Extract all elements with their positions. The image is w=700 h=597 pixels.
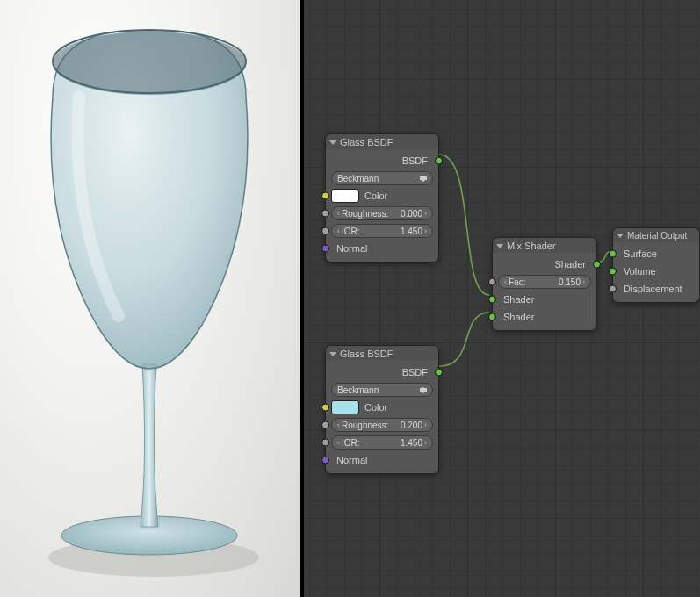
- collapse-icon[interactable]: [617, 234, 624, 238]
- socket-out-shader[interactable]: [593, 261, 601, 269]
- volume-label: Volume: [624, 266, 656, 277]
- displacement-label: Displacement: [624, 284, 682, 294]
- node-material-output[interactable]: Material Output Surface Volume Displacem…: [612, 227, 700, 303]
- ior-value: 1.450: [401, 227, 424, 236]
- roughness-label: Roughness:: [340, 421, 401, 430]
- socket-in-color[interactable]: [321, 404, 329, 412]
- distribution-value: Beckmann: [337, 174, 379, 183]
- node-glass-bsdf-2[interactable]: Glass BSDF BSDF Beckmann Color: [325, 345, 439, 474]
- chevron-right-icon[interactable]: ›: [424, 227, 427, 235]
- node-glass-bsdf-1[interactable]: Glass BSDF BSDF Beckmann Color: [325, 133, 439, 263]
- distribution-dropdown[interactable]: Beckmann: [331, 383, 433, 397]
- socket-in-fac[interactable]: [488, 278, 496, 286]
- socket-in-color[interactable]: [321, 192, 329, 200]
- socket-in-normal[interactable]: [321, 457, 329, 464]
- svg-point-2: [53, 32, 246, 95]
- node-header[interactable]: Glass BSDF: [326, 346, 438, 361]
- socket-in-ior[interactable]: [321, 439, 329, 447]
- shader-in-label: Shader: [503, 312, 534, 322]
- node-header[interactable]: Mix Shader: [493, 238, 596, 253]
- node-title: Glass BSDF: [340, 349, 393, 359]
- roughness-value: 0.000: [401, 209, 424, 219]
- fac-field[interactable]: ‹ Fac: 0.150 ›: [498, 275, 591, 289]
- ior-field[interactable]: ‹ IOR: 1.450 ›: [331, 435, 433, 450]
- render-viewport: [0, 0, 300, 597]
- socket-in-volume[interactable]: [609, 268, 617, 276]
- color-swatch[interactable]: [331, 189, 359, 203]
- ior-value: 1.450: [401, 438, 424, 448]
- surface-label: Surface: [624, 248, 657, 259]
- socket-in-surface[interactable]: [609, 250, 617, 258]
- roughness-label: Roughness:: [340, 209, 401, 219]
- output-label: Shader: [555, 259, 586, 270]
- fac-value: 0.150: [559, 277, 582, 287]
- node-editor[interactable]: Glass BSDF BSDF Beckmann Color: [300, 0, 700, 597]
- socket-out-bsdf[interactable]: [435, 369, 443, 377]
- node-header[interactable]: Material Output: [613, 228, 699, 242]
- node-title: Mix Shader: [507, 241, 556, 251]
- color-label: Color: [364, 191, 387, 201]
- normal-label: Normal: [336, 243, 367, 254]
- chevron-right-icon[interactable]: ›: [424, 209, 427, 218]
- roughness-field[interactable]: ‹ Roughness: 0.200 ›: [331, 418, 433, 432]
- chevron-right-icon[interactable]: ›: [582, 277, 585, 286]
- socket-in-roughness[interactable]: [321, 210, 329, 218]
- shader-in-label: Shader: [503, 294, 534, 305]
- socket-in-ior[interactable]: [321, 227, 329, 235]
- socket-out-bsdf[interactable]: [435, 157, 443, 165]
- color-swatch[interactable]: [331, 400, 359, 414]
- wineglass-render: [0, 0, 300, 597]
- color-label: Color: [364, 402, 387, 413]
- collapse-icon[interactable]: [329, 140, 336, 145]
- output-label: BSDF: [402, 367, 428, 378]
- socket-in-displacement[interactable]: [609, 285, 617, 293]
- ior-label: IOR:: [340, 227, 401, 236]
- socket-in-normal[interactable]: [321, 245, 329, 253]
- collapse-icon[interactable]: [496, 244, 503, 248]
- distribution-dropdown[interactable]: Beckmann: [331, 171, 433, 185]
- socket-in-roughness[interactable]: [321, 421, 329, 429]
- socket-in-shader-2[interactable]: [488, 313, 496, 321]
- node-title: Glass BSDF: [340, 137, 393, 147]
- node-title: Material Output: [627, 231, 687, 241]
- collapse-icon[interactable]: [329, 352, 336, 356]
- ior-field[interactable]: ‹ IOR: 1.450 ›: [331, 224, 433, 238]
- roughness-value: 0.200: [401, 421, 424, 430]
- chevron-right-icon[interactable]: ›: [424, 438, 427, 447]
- chevron-right-icon[interactable]: ›: [424, 421, 427, 429]
- normal-label: Normal: [336, 455, 367, 465]
- roughness-field[interactable]: ‹ Roughness: 0.000 ›: [331, 206, 433, 220]
- node-header[interactable]: Glass BSDF: [326, 134, 438, 149]
- fac-label: Fac:: [507, 277, 559, 287]
- distribution-value: Beckmann: [337, 385, 379, 395]
- output-label: BSDF: [402, 155, 428, 166]
- socket-in-shader-1[interactable]: [488, 296, 496, 304]
- node-mix-shader[interactable]: Mix Shader Shader ‹ Fac: 0.150 ›: [492, 237, 597, 331]
- ior-label: IOR:: [340, 438, 401, 448]
